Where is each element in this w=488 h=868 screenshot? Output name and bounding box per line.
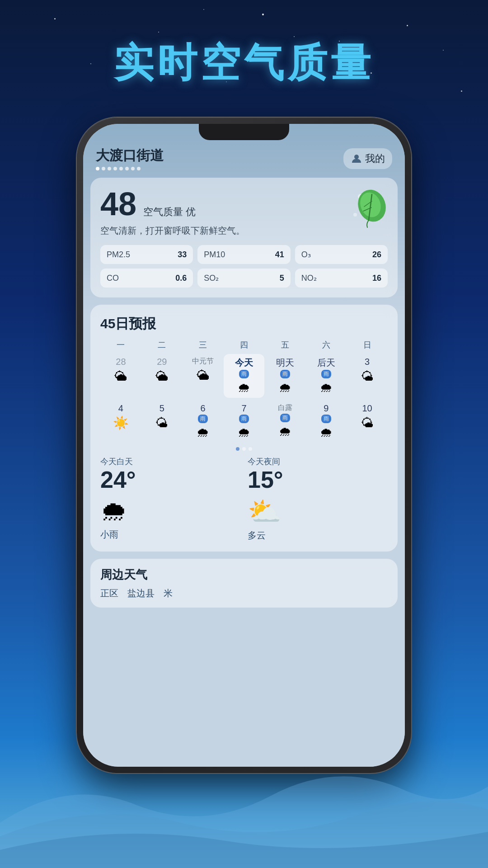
- cal-4: 4 ☀️: [100, 401, 141, 443]
- forecast-title: 45日预报: [100, 315, 388, 333]
- cal-date-4: 4: [118, 403, 123, 414]
- location-dots: [96, 167, 164, 170]
- aqi-item-name-co: CO: [107, 274, 119, 283]
- aqi-item-value-co: 0.6: [175, 274, 187, 283]
- rain-badge-today: 雨: [239, 370, 249, 378]
- period-day-temp: 24°: [100, 467, 240, 493]
- cal-28: 28 🌥: [100, 354, 141, 398]
- cal-icon-zhongyuan: 🌥: [197, 368, 209, 383]
- aqi-item-name-o3: O₃: [301, 250, 311, 259]
- period-day-label: 今天白天: [100, 456, 240, 467]
- calendar-row-1: 28 🌥 29 🌥 中元节 🌥 今天 雨: [100, 354, 388, 398]
- cal-7: 7 雨 🌧: [224, 401, 265, 443]
- cal-10: 10 🌤: [347, 401, 388, 443]
- svg-point-0: [354, 155, 359, 159]
- rain-badge-9: 雨: [321, 415, 331, 423]
- profile-button[interactable]: 我的: [343, 148, 392, 169]
- cal-9: 9 雨 🌧: [305, 401, 347, 443]
- cal-date-tomorrow: 明天: [276, 357, 294, 369]
- phone-mockup: 大渡口街道: [77, 118, 411, 773]
- cal-icon-5: 🌤: [155, 415, 168, 430]
- calendar-row-2: 4 ☀️ 5 🌤 6 雨 🌧 7: [100, 401, 388, 443]
- cal-icon-today: 🌧: [238, 380, 250, 395]
- cal-icon-tomorrow: 🌧: [279, 380, 291, 395]
- app-content: 大渡口街道: [83, 124, 405, 767]
- aqi-item-value-pm25: 33: [178, 250, 187, 259]
- cal-icon-aftertomorrow: 🌧: [320, 380, 333, 395]
- dot-6: [125, 167, 129, 170]
- dot-7: [131, 167, 135, 170]
- rain-badge-bailu: 雨: [280, 414, 290, 422]
- cal-icon-3: 🌤: [361, 369, 374, 384]
- page-title: 实时空气质量: [0, 36, 488, 90]
- cal-date-aftertomorrow: 后天: [317, 357, 335, 369]
- aqi-item-value-so2: 5: [280, 274, 284, 283]
- nearby-title: 周边天气: [100, 567, 388, 583]
- phone-notch: [199, 124, 289, 140]
- cal-date-5: 5: [160, 403, 164, 414]
- aqi-item-value-no2: 16: [372, 274, 381, 283]
- svg-point-3: [353, 213, 357, 217]
- weekday-6: 六: [305, 340, 347, 350]
- rain-badge-aftertomorrow: 雨: [321, 370, 331, 378]
- forecast-card: 45日预报 一 二 三 四 五 六 日 28: [90, 305, 398, 552]
- cal-date-9: 9: [324, 403, 328, 414]
- weekday-2: 二: [141, 340, 183, 350]
- aqi-card: 48 空气质量 优 空气清新，打开窗呼吸下新鲜空气。: [90, 178, 398, 297]
- cal-icon-bailu: 🌧: [279, 424, 291, 439]
- phone-inner: 大渡口街道: [83, 124, 405, 767]
- nearby-card: 周边天气 正区 盐边县 米: [90, 559, 398, 608]
- cal-date-3: 3: [365, 357, 370, 367]
- location-section: 大渡口街道: [96, 146, 164, 170]
- weekday-1: 一: [100, 340, 141, 350]
- nearby-item-1: 正区: [100, 587, 118, 599]
- aqi-item-name-pm25: PM2.5: [107, 250, 130, 259]
- dot-4: [113, 167, 117, 170]
- cal-date-28: 28: [116, 357, 126, 367]
- rain-badge-7: 雨: [239, 415, 249, 423]
- cal-today[interactable]: 今天 雨 🌧: [224, 354, 265, 398]
- profile-label: 我的: [365, 152, 385, 165]
- weekday-4: 四: [224, 340, 265, 350]
- aqi-value-section: 48 空气质量 优 空气清新，打开窗呼吸下新鲜空气。: [100, 188, 347, 237]
- forecast-period-night: 今天夜间 15° ⛅ 多云: [248, 456, 388, 542]
- aqi-item-name-no2: NO₂: [301, 273, 317, 283]
- period-day-icon: 🌧: [100, 495, 127, 527]
- cal-3: 3 🌤: [347, 354, 388, 398]
- aqi-item-co: CO 0.6: [100, 269, 193, 288]
- cal-date-7: 7: [241, 403, 246, 414]
- today-forecast: 今天白天 24° 🌧 小雨 今天夜间 15° ⛅: [100, 456, 388, 542]
- cal-29: 29 🌥: [141, 354, 183, 398]
- week-header: 一 二 三 四 五 六 日: [100, 340, 388, 350]
- aqi-item-name-pm10: PM10: [204, 250, 225, 259]
- nearby-row: 正区 盐边县 米: [100, 587, 388, 599]
- dot-5: [119, 167, 123, 170]
- aqi-item-so2: SO₂ 5: [197, 269, 290, 288]
- aqi-label: 空气质量 优: [143, 206, 196, 217]
- cal-icon-7: 🌧: [238, 425, 250, 440]
- rain-badge-tomorrow: 雨: [280, 370, 290, 378]
- aqi-top: 48 空气质量 优 空气清新，打开窗呼吸下新鲜空气。: [100, 188, 388, 237]
- weekday-5: 五: [264, 340, 305, 350]
- fdot-3: [249, 447, 252, 451]
- cal-date-zhongyuan: 中元节: [192, 357, 214, 366]
- leaf-icon: [347, 188, 388, 228]
- cal-6: 6 雨 🌧: [183, 401, 224, 443]
- fdot-2: [242, 447, 246, 451]
- nearby-item-3: 米: [164, 587, 173, 599]
- dot-3: [108, 167, 111, 170]
- forecast-period-day: 今天白天 24° 🌧 小雨: [100, 456, 240, 542]
- forecast-page-dots: [100, 447, 388, 451]
- cal-date-today: 今天: [235, 357, 253, 369]
- phone-outer: 大渡口街道: [77, 118, 411, 773]
- aqi-item-name-so2: SO₂: [204, 273, 219, 283]
- cal-bailu: 白露 雨 🌧: [264, 401, 305, 443]
- cal-aftertomorrow: 后天 雨 🌧: [305, 354, 347, 398]
- profile-icon: [351, 153, 362, 165]
- cal-tomorrow: 明天 雨 🌧: [264, 354, 305, 398]
- aqi-number: 48: [100, 188, 136, 220]
- cal-date-10: 10: [362, 403, 372, 414]
- period-night-label: 今天夜间: [248, 456, 388, 467]
- cal-icon-10: 🌤: [361, 415, 374, 430]
- location-name: 大渡口街道: [96, 146, 164, 165]
